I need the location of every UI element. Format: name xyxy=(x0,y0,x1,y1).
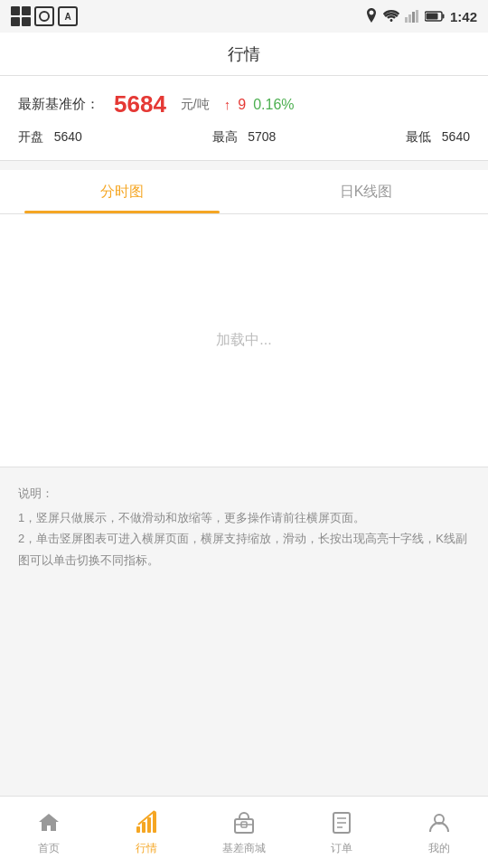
nav-item-market[interactable]: 行情 xyxy=(98,797,195,868)
description-section: 说明： 1，竖屏只做展示，不做滑动和放缩等，更多操作请前往横屏页面。 2，单击竖… xyxy=(0,467,488,580)
tab-daily-k[interactable]: 日K线图 xyxy=(244,170,488,213)
price-section: 最新基准价： 5684 元/吨 ↑ 9 0.16% 开盘 5640 最高 570… xyxy=(0,76,488,161)
svg-rect-10 xyxy=(153,813,156,833)
low-label: 最低 xyxy=(406,129,431,144)
nav-label-mine: 我的 xyxy=(428,841,450,856)
svg-rect-9 xyxy=(147,817,151,833)
nav-item-order[interactable]: 订单 xyxy=(293,797,390,868)
location-icon xyxy=(365,8,378,24)
price-stats-row: 开盘 5640 最高 5708 最低 5640 xyxy=(18,129,470,146)
page-title: 行情 xyxy=(228,43,260,65)
nav-item-shop[interactable]: 基差商城 xyxy=(195,797,293,868)
svg-rect-5 xyxy=(442,14,444,19)
up-arrow-icon: ↑ xyxy=(224,97,231,112)
page-header: 行情 xyxy=(0,33,488,76)
price-unit: 元/吨 xyxy=(181,97,210,113)
high-stat: 最高 5708 xyxy=(212,129,277,146)
wifi-icon xyxy=(383,10,399,23)
text-icon: A xyxy=(58,6,78,26)
main-content: 行情 最新基准价： 5684 元/吨 ↑ 9 0.16% 开盘 5640 最高 … xyxy=(0,33,488,796)
price-change: ↑ 9 0.16% xyxy=(224,97,295,113)
grid-icon xyxy=(11,6,31,26)
status-bar: A 1:42 xyxy=(0,0,488,33)
status-left-icons: A xyxy=(11,6,78,26)
svg-rect-7 xyxy=(136,826,140,833)
latest-price: 5684 xyxy=(114,90,166,118)
nav-label-order: 订单 xyxy=(331,841,352,856)
shop-icon xyxy=(230,808,258,837)
desc-item-2: 2，单击竖屏图表可进入横屏页面，横屏支持缩放，滑动，长按出现高亮十字线，K线副图… xyxy=(18,528,470,571)
desc-item-1: 1，竖屏只做展示，不做滑动和放缩等，更多操作请前往横屏页面。 xyxy=(18,507,470,528)
nav-label-market: 行情 xyxy=(136,841,157,856)
open-label: 开盘 xyxy=(18,129,43,144)
low-stat: 最低 5640 xyxy=(406,129,470,146)
high-label: 最高 xyxy=(212,129,238,144)
open-value: 5640 xyxy=(54,129,82,144)
chart-tab-bar: 分时图 日K线图 xyxy=(0,170,488,214)
chart-area[interactable]: 加载中... xyxy=(0,214,488,467)
svg-rect-1 xyxy=(408,14,411,23)
status-right-icons: 1:42 xyxy=(365,8,477,24)
user-icon xyxy=(425,808,454,837)
change-pct: 0.16% xyxy=(253,97,294,113)
time-display: 1:42 xyxy=(450,9,477,24)
change-value: 9 xyxy=(238,97,246,113)
nav-label-shop: 基差商城 xyxy=(222,841,266,856)
photo-icon xyxy=(34,6,54,26)
svg-rect-2 xyxy=(412,12,415,23)
loading-text: 加载中... xyxy=(216,331,271,350)
desc-title: 说明： xyxy=(18,486,470,502)
home-icon xyxy=(34,808,63,837)
tab-fenshi[interactable]: 分时图 xyxy=(0,170,244,213)
low-value: 5640 xyxy=(442,129,470,144)
nav-label-home: 首页 xyxy=(38,841,60,856)
bottom-nav: 首页 行情 基差商城 xyxy=(0,796,488,868)
order-icon xyxy=(327,808,356,837)
svg-rect-8 xyxy=(142,822,145,833)
svg-rect-0 xyxy=(405,17,408,23)
latest-label: 最新基准价： xyxy=(18,96,99,113)
signal-icon xyxy=(405,10,419,23)
battery-icon xyxy=(425,11,445,22)
nav-item-mine[interactable]: 我的 xyxy=(390,797,488,868)
market-icon xyxy=(132,808,161,837)
high-value: 5708 xyxy=(248,129,276,144)
svg-point-11 xyxy=(153,811,156,815)
svg-rect-6 xyxy=(426,14,437,20)
open-stat: 开盘 5640 xyxy=(18,129,82,146)
svg-rect-3 xyxy=(416,10,418,23)
nav-item-home[interactable]: 首页 xyxy=(0,797,98,868)
latest-price-row: 最新基准价： 5684 元/吨 ↑ 9 0.16% xyxy=(18,90,470,118)
